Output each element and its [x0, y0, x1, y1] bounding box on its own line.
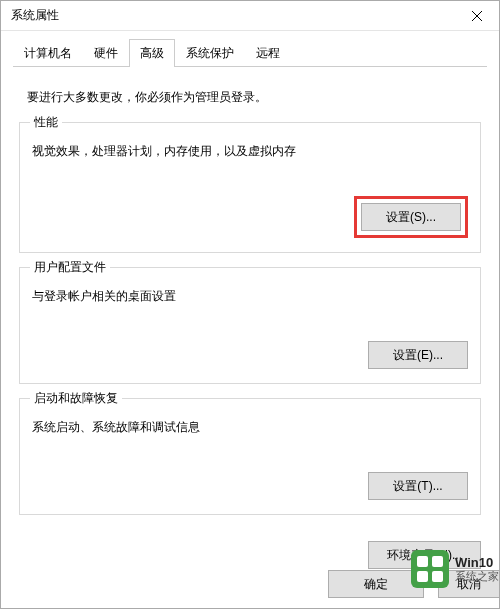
tab-system-protection[interactable]: 系统保护	[175, 39, 245, 67]
startup-recovery-settings-button[interactable]: 设置(T)...	[368, 472, 468, 500]
watermark-logo-icon	[411, 550, 449, 588]
tab-remote[interactable]: 远程	[245, 39, 291, 67]
group-startup-recovery-buttons: 设置(T)...	[32, 472, 468, 500]
window-title: 系统属性	[11, 7, 59, 24]
tab-content-advanced: 要进行大多数更改，你必须作为管理员登录。 性能 视觉效果，处理器计划，内存使用，…	[1, 67, 499, 539]
tab-hardware[interactable]: 硬件	[83, 39, 129, 67]
ok-button[interactable]: 确定	[328, 570, 424, 598]
tab-bar: 计算机名 硬件 高级 系统保护 远程	[1, 31, 499, 67]
watermark-text: Win10 系统之家	[455, 555, 499, 584]
tab-computer-name[interactable]: 计算机名	[13, 39, 83, 67]
group-performance-desc: 视觉效果，处理器计划，内存使用，以及虚拟内存	[32, 143, 468, 160]
group-user-profiles-title: 用户配置文件	[30, 259, 110, 276]
dialog-footer: 确定 取消 Win10 系统之家	[328, 570, 499, 598]
highlight-frame: 设置(S)...	[354, 196, 468, 238]
group-performance-buttons: 设置(S)...	[32, 196, 468, 238]
close-button[interactable]	[454, 1, 499, 31]
group-user-profiles: 用户配置文件 与登录帐户相关的桌面设置 设置(E)...	[19, 267, 481, 384]
tab-advanced[interactable]: 高级	[129, 39, 175, 67]
user-profiles-settings-button[interactable]: 设置(E)...	[368, 341, 468, 369]
admin-required-text: 要进行大多数更改，你必须作为管理员登录。	[27, 89, 473, 106]
titlebar: 系统属性	[1, 1, 499, 31]
group-startup-recovery-desc: 系统启动、系统故障和调试信息	[32, 419, 468, 436]
group-user-profiles-desc: 与登录帐户相关的桌面设置	[32, 288, 468, 305]
watermark-line2: 系统之家	[455, 570, 499, 583]
group-performance: 性能 视觉效果，处理器计划，内存使用，以及虚拟内存 设置(S)...	[19, 122, 481, 253]
close-icon	[472, 11, 482, 21]
watermark: Win10 系统之家	[411, 550, 499, 588]
system-properties-window: 系统属性 计算机名 硬件 高级 系统保护 远程 要进行大多数更改，你必须作为管理…	[0, 0, 500, 609]
group-startup-recovery-title: 启动和故障恢复	[30, 390, 122, 407]
watermark-line1: Win10	[455, 555, 499, 571]
group-performance-title: 性能	[30, 114, 62, 131]
performance-settings-button[interactable]: 设置(S)...	[361, 203, 461, 231]
group-startup-recovery: 启动和故障恢复 系统启动、系统故障和调试信息 设置(T)...	[19, 398, 481, 515]
group-user-profiles-buttons: 设置(E)...	[32, 341, 468, 369]
